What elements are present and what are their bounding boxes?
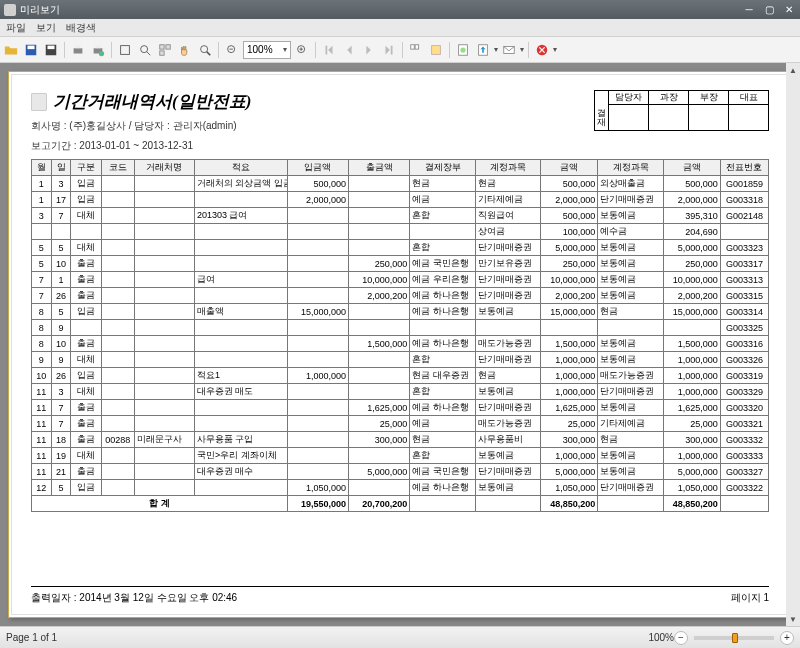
cell-cust	[134, 272, 194, 288]
table-header: 출금액	[349, 160, 410, 176]
open-icon[interactable]	[2, 41, 20, 59]
cell-in	[287, 384, 348, 400]
cell-acc2: 보통예금	[598, 272, 664, 288]
zoom-plus-button[interactable]: +	[780, 631, 794, 645]
save-icon[interactable]	[22, 41, 40, 59]
scroll-up-icon[interactable]: ▲	[786, 63, 800, 77]
cell-cust	[134, 176, 194, 192]
table-row: 117출금25,000예금매도가능증권25,000기타제예금25,000G003…	[32, 416, 769, 432]
report-company: 회사명 : (주)홍길상사 / 담당자 : 관리자(admin)	[31, 119, 251, 133]
cell-out: 25,000	[349, 416, 410, 432]
cell-code	[101, 352, 134, 368]
svg-rect-4	[74, 48, 83, 53]
cell-out	[349, 320, 410, 336]
table-row: 510출금250,000예금 국민은행만기보유증권250,000보통예금250,…	[32, 256, 769, 272]
exit-icon[interactable]	[533, 41, 551, 59]
cell-amt2: 1,000,000	[663, 448, 720, 464]
prev-page-icon[interactable]	[340, 41, 358, 59]
cell-book: 예금 하나은행	[410, 480, 476, 496]
cell-book: 현금	[410, 176, 476, 192]
cell-d: 7	[51, 400, 71, 416]
cell-memo	[194, 224, 287, 240]
thumbnails-icon[interactable]	[156, 41, 174, 59]
cell-acc2: 보통예금	[598, 352, 664, 368]
menu-background[interactable]: 배경색	[66, 21, 96, 35]
cell-no: G003313	[720, 272, 768, 288]
cell-code	[101, 176, 134, 192]
watermark-icon[interactable]	[454, 41, 472, 59]
cell-code	[101, 464, 134, 480]
zoom-combo[interactable]: 100%▾	[243, 41, 291, 59]
document-viewport[interactable]: 기간거래내역서(일반전표) 회사명 : (주)홍길상사 / 담당자 : 관리자(…	[0, 63, 800, 626]
cell-acc1: 보통예금	[475, 448, 541, 464]
cell-memo	[194, 240, 287, 256]
menu-view[interactable]: 보기	[36, 21, 56, 35]
cell-out	[349, 384, 410, 400]
zoom-slider-knob[interactable]	[732, 633, 738, 643]
maximize-button[interactable]: ▢	[762, 4, 776, 15]
table-header: 월	[32, 160, 52, 176]
cell-t: 입금	[71, 368, 102, 384]
hand-tool-icon[interactable]	[176, 41, 194, 59]
cell-acc2: 보통예금	[598, 240, 664, 256]
cell-out: 10,000,000	[349, 272, 410, 288]
multipage-icon[interactable]	[407, 41, 425, 59]
cell-out: 250,000	[349, 256, 410, 272]
cell-in	[287, 224, 348, 240]
email-icon[interactable]	[500, 41, 518, 59]
cell-no: G003318	[720, 192, 768, 208]
zoom-minus-button[interactable]: −	[674, 631, 688, 645]
next-page-icon[interactable]	[360, 41, 378, 59]
cell-acc1: 단기매매증권	[475, 240, 541, 256]
table-row: 상여금100,000예수금204,690	[32, 224, 769, 240]
svg-rect-24	[432, 45, 441, 54]
cell-memo: 적요1	[194, 368, 287, 384]
cell-m: 10	[32, 368, 52, 384]
cell-cust	[134, 464, 194, 480]
cell-acc2: 매도가능증권	[598, 368, 664, 384]
last-page-icon[interactable]	[380, 41, 398, 59]
cell-out: 300,000	[349, 432, 410, 448]
minimize-button[interactable]: ─	[742, 4, 756, 15]
dropdown-icon[interactable]: ▾	[520, 45, 524, 54]
cell-book: 예금	[410, 416, 476, 432]
cell-in: 500,000	[287, 176, 348, 192]
cell-acc2: 기타제예금	[598, 416, 664, 432]
cell-no: G003314	[720, 304, 768, 320]
cell-code	[101, 240, 134, 256]
zoom-out-icon[interactable]	[223, 41, 241, 59]
cell-in	[287, 256, 348, 272]
dropdown-icon[interactable]: ▾	[553, 45, 557, 54]
scroll-down-icon[interactable]: ▼	[786, 612, 800, 626]
cell-book: 예금 하나은행	[410, 400, 476, 416]
cell-amt1: 300,000	[541, 432, 598, 448]
export-icon[interactable]	[474, 41, 492, 59]
window-titlebar: 미리보기 ─ ▢ ✕	[0, 0, 800, 19]
svg-point-15	[201, 45, 208, 52]
zoom-slider[interactable]	[694, 636, 774, 640]
vertical-scrollbar[interactable]: ▲ ▼	[786, 63, 800, 626]
first-page-icon[interactable]	[320, 41, 338, 59]
save-disk-icon[interactable]	[42, 41, 60, 59]
dropdown-icon[interactable]: ▾	[494, 45, 498, 54]
cell-acc2: 예수금	[598, 224, 664, 240]
cell-acc1: 단기매매증권	[475, 352, 541, 368]
close-button[interactable]: ✕	[782, 4, 796, 15]
menu-file[interactable]: 파일	[6, 21, 26, 35]
cell-in	[287, 432, 348, 448]
cell-no: G003327	[720, 464, 768, 480]
cell-no: G003333	[720, 448, 768, 464]
magnifier-icon[interactable]	[196, 41, 214, 59]
cell-d: 17	[51, 192, 71, 208]
parameters-icon[interactable]	[116, 41, 134, 59]
cell-in	[287, 416, 348, 432]
approval-col: 대표	[729, 91, 769, 105]
cell-t: 대체	[71, 448, 102, 464]
highlight-icon[interactable]	[427, 41, 445, 59]
print-quick-icon[interactable]	[89, 41, 107, 59]
cell-amt2: 1,500,000	[663, 336, 720, 352]
zoom-in-icon[interactable]	[293, 41, 311, 59]
print-icon[interactable]	[69, 41, 87, 59]
cell-out	[349, 304, 410, 320]
search-icon[interactable]	[136, 41, 154, 59]
